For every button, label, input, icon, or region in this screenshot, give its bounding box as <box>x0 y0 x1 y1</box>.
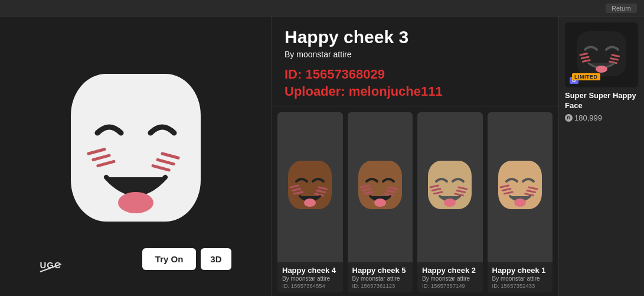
related-section: Happy cheek 4 By moonstar attire ID: 156… <box>272 106 558 296</box>
robux-icon: R <box>565 114 573 122</box>
related-item-info-0: Happy cheek 4 By moonstar attire ID: 156… <box>277 262 343 292</box>
ugc-badge: UGC <box>40 260 63 272</box>
bottom-buttons: Try On 3D <box>142 248 231 270</box>
main-content: UGC Try On 3D Happy cheek 3 By moonstar … <box>0 17 644 296</box>
related-item-creator-3: By moonstar attire <box>492 275 548 282</box>
featured-panel[interactable]: LIMITED U Super Super Happy Face R 180,9… <box>558 17 644 296</box>
top-bar: Return <box>0 0 644 17</box>
related-item-img-0 <box>277 112 343 262</box>
related-item[interactable]: Happy cheek 5 By moonstar attire ID: 156… <box>348 112 413 292</box>
related-item-name-2: Happy cheek 2 <box>422 266 478 275</box>
related-item-creator-1: By moonstar attire <box>352 275 408 282</box>
featured-price-value: 180,999 <box>574 113 602 122</box>
item-creator: By moonstar attire <box>285 50 545 59</box>
svg-point-39 <box>514 199 526 207</box>
related-item-id-1: ID: 15657361123 <box>352 282 408 289</box>
svg-point-15 <box>304 199 316 207</box>
3d-button[interactable]: 3D <box>201 248 231 270</box>
related-item-id-3: ID: 15657352433 <box>492 282 548 289</box>
related-item-info-3: Happy cheek 1 By moonstar attire ID: 156… <box>488 262 553 292</box>
badges-container: LIMITED U <box>568 77 578 84</box>
info-section: Happy cheek 3 By moonstar attire ID: 156… <box>272 17 558 106</box>
related-item-creator-0: By moonstar attire <box>282 275 338 282</box>
featured-price: R 180,999 <box>565 113 638 122</box>
related-item-img-2 <box>417 112 483 262</box>
related-grid: Happy cheek 4 By moonstar attire ID: 156… <box>272 106 558 296</box>
try-on-button[interactable]: Try On <box>142 248 197 270</box>
related-item-info-1: Happy cheek 5 By moonstar attire ID: 156… <box>348 262 413 292</box>
item-id: ID: 15657368029 <box>285 66 545 83</box>
creator-prefix: By <box>285 50 294 59</box>
related-item-id-2: ID: 15657357149 <box>422 282 478 289</box>
face-preview <box>53 62 218 251</box>
related-item-name-1: Happy cheek 5 <box>352 266 408 275</box>
item-uploader: Uploader: melonjuche111 <box>285 83 545 100</box>
svg-point-31 <box>444 199 456 207</box>
related-item-info-2: Happy cheek 2 By moonstar attire ID: 156… <box>417 262 483 292</box>
related-item-img-1 <box>348 112 413 262</box>
related-item[interactable]: Happy cheek 2 By moonstar attire ID: 156… <box>417 112 483 292</box>
creator-name[interactable]: moonstar attire <box>296 50 351 59</box>
related-item-name-3: Happy cheek 1 <box>492 266 548 275</box>
featured-name: Super Super Happy Face <box>565 91 638 111</box>
related-item-name-0: Happy cheek 4 <box>282 266 338 275</box>
svg-point-47 <box>596 66 607 73</box>
featured-img: LIMITED U <box>565 22 638 87</box>
item-title: Happy cheek 3 <box>285 27 545 47</box>
svg-point-7 <box>118 192 153 213</box>
left-panel: UGC Try On 3D <box>0 17 272 296</box>
right-panel: Happy cheek 3 By moonstar attire ID: 156… <box>272 17 644 296</box>
related-item-id-0: ID: 15657364554 <box>282 282 338 289</box>
svg-point-23 <box>374 199 386 207</box>
return-button[interactable]: Return <box>606 4 637 13</box>
related-item[interactable]: Happy cheek 1 By moonstar attire ID: 156… <box>488 112 553 292</box>
related-item[interactable]: Happy cheek 4 By moonstar attire ID: 156… <box>277 112 343 292</box>
limited-badge: LIMITED <box>572 73 600 80</box>
avatar-preview: UGC Try On 3D <box>30 32 242 281</box>
related-item-img-3 <box>488 112 553 262</box>
related-item-creator-2: By moonstar attire <box>422 275 478 282</box>
